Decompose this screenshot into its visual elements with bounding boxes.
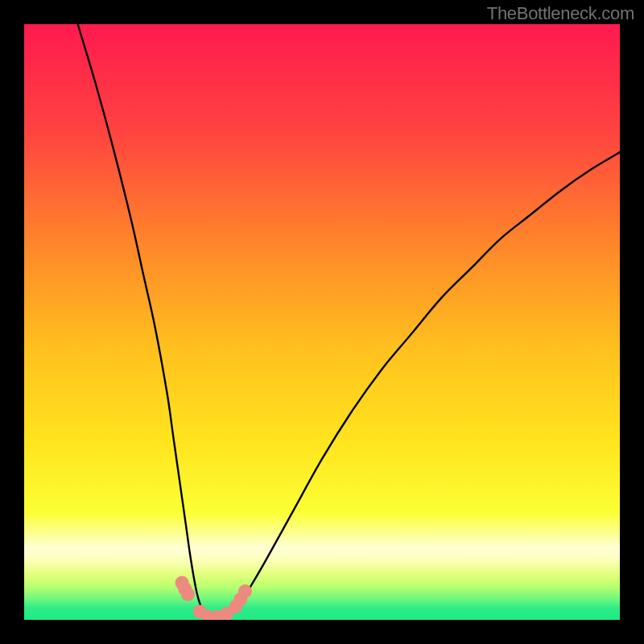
bottleneck-curve-path [78, 24, 620, 620]
chart-container [24, 24, 620, 620]
highlight-markers [175, 576, 252, 620]
highlight-marker [238, 584, 252, 598]
highlight-marker [181, 588, 195, 601]
attribution-text: TheBottleneck.com [487, 3, 634, 24]
bottleneck-curve-svg [24, 24, 620, 620]
